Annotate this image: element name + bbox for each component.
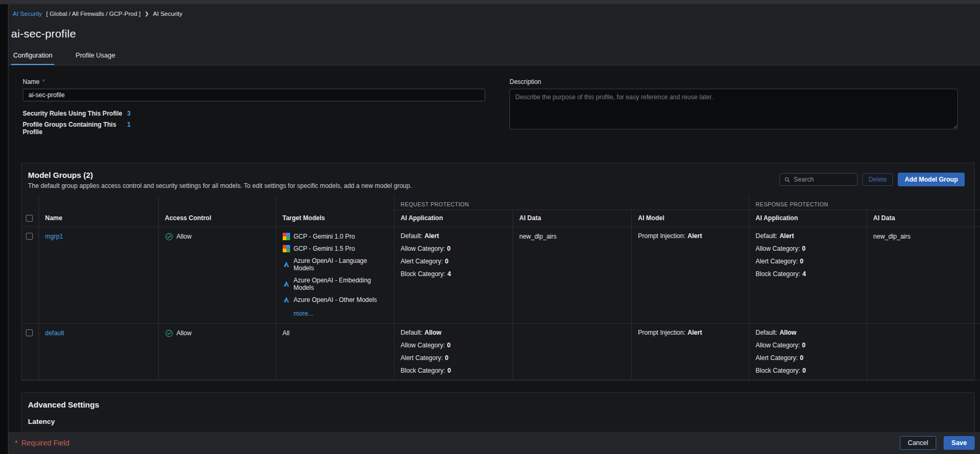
ai-model-cell: Prompt Injection:Alert <box>631 323 749 380</box>
required-asterisk: * <box>42 78 45 86</box>
required-asterisk: * <box>15 439 17 447</box>
access-control-value: Allow <box>165 233 270 241</box>
table-column-header-row: Name Access Control Target Models AI App… <box>22 210 980 226</box>
page-header: AI Security [ Global / All Firewalls / G… <box>8 4 980 65</box>
usage-row-security-rules: Security Rules Using This Profile 3 <box>23 110 485 117</box>
page-title: ai-sec-profile <box>8 17 980 50</box>
azure-icon <box>283 296 290 304</box>
tab-profile-usage[interactable]: Profile Usage <box>73 50 117 65</box>
req-ai-application-cell: Default:Alert Allow Category:0 Alert Cat… <box>394 226 513 323</box>
request-protection-header: REQUEST PROTECTION <box>394 196 749 210</box>
check-circle-icon <box>165 233 173 241</box>
breadcrumb-scope: [ Global / All Firewalls / GCP-Prod ] <box>46 11 141 17</box>
model-groups-panel: Model Groups (2) The default group appli… <box>21 163 975 381</box>
req-ai-data-cell: new_dlp_airs <box>513 226 631 323</box>
table-row-default: default Allow All Default:Allow Allow Ca… <box>22 323 980 380</box>
latency-subtitle: Latency <box>28 418 968 425</box>
model-groups-titles: Model Groups (2) The default group appli… <box>28 171 412 190</box>
check-circle-icon <box>165 329 173 337</box>
breadcrumb-current: AI Security <box>153 11 182 17</box>
gcp-icon <box>283 245 290 252</box>
access-control-value: Allow <box>165 329 270 337</box>
profile-groups-count-link[interactable]: 1 <box>127 121 131 136</box>
azure-icon <box>283 261 290 268</box>
target-model-item: GCP - Gemini 1.0 Pro <box>283 233 388 240</box>
model-groups-header: Model Groups (2) The default group appli… <box>22 163 974 196</box>
usage-summary: Security Rules Using This Profile 3 Prof… <box>23 110 485 136</box>
gcp-icon <box>283 233 290 240</box>
name-input[interactable] <box>23 89 485 101</box>
column-header-req-ai-data: AI Data <box>513 210 631 226</box>
resp-ai-application-cell: Default:Allow Allow Category:0 Alert Cat… <box>749 323 867 380</box>
column-header-resp-ai-data: AI Data <box>867 210 980 226</box>
row-checkbox[interactable] <box>26 233 33 240</box>
table-row-mgrp1: mgrp1 Allow GCP - Gemini 1.0 Pro <box>22 226 980 323</box>
model-group-link[interactable]: mgrp1 <box>45 233 63 240</box>
resp-ai-data-cell: new_dlp_airs <box>867 226 980 323</box>
required-field-note: * Required Field <box>15 439 70 447</box>
model-groups-subtitle: The default group applies access control… <box>28 182 412 190</box>
select-all-checkbox[interactable] <box>26 215 33 222</box>
breadcrumb-ai-security-link[interactable]: AI Security <box>13 11 42 17</box>
column-header-name: Name <box>39 210 158 226</box>
req-ai-data-cell <box>513 323 631 380</box>
model-groups-controls: Delete Add Model Group <box>780 173 965 186</box>
target-model-item: Azure OpenAI - Embedding Models <box>283 277 388 291</box>
tab-bar: Configuration Profile Usage <box>8 50 980 65</box>
more-models-link[interactable]: more... <box>294 310 313 317</box>
search-icon <box>784 176 790 183</box>
cancel-button[interactable]: Cancel <box>900 436 936 450</box>
model-groups-title: Model Groups (2) <box>28 171 412 179</box>
column-header-resp-ai-application: AI Application <box>749 210 867 226</box>
description-section: Description <box>510 78 958 139</box>
target-model-item: Azure OpenAI - Other Models <box>283 296 388 304</box>
save-button[interactable]: Save <box>944 436 975 450</box>
footer-bar: * Required Field Cancel Save <box>8 432 980 454</box>
add-model-group-button[interactable]: Add Model Group <box>898 173 965 186</box>
description-textarea[interactable] <box>510 89 958 129</box>
resp-ai-application-cell: Default:Alert Allow Category:0 Alert Cat… <box>749 226 867 323</box>
target-model-item: Azure OpenAI - Language Models <box>283 257 388 272</box>
delete-button[interactable]: Delete <box>862 173 893 186</box>
description-label: Description <box>510 78 958 86</box>
window-top-strip <box>0 0 980 4</box>
req-ai-application-cell: Default:Allow Allow Category:0 Alert Cat… <box>394 323 513 380</box>
search-input[interactable] <box>794 176 853 183</box>
resp-ai-data-cell <box>867 323 980 380</box>
model-group-link[interactable]: default <box>45 329 64 337</box>
search-box <box>780 173 858 186</box>
security-rules-count-link[interactable]: 3 <box>127 110 131 117</box>
name-section: Name * Security Rules Using This Profile… <box>23 78 485 139</box>
table-group-header-row: REQUEST PROTECTION RESPONSE PROTECTION <box>22 196 980 210</box>
usage-label: Security Rules Using This Profile <box>23 110 127 117</box>
target-model-item: GCP - Gemini 1.5 Pro <box>283 245 388 252</box>
row-checkbox[interactable] <box>26 329 33 336</box>
chevron-right-icon <box>145 11 149 16</box>
column-header-req-ai-application: AI Application <box>394 210 513 226</box>
column-header-target-models: Target Models <box>276 210 394 226</box>
ai-model-cell: Prompt Injection:Alert <box>631 226 749 323</box>
usage-row-profile-groups: Profile Groups Containing This Profile 1 <box>23 121 485 136</box>
advanced-settings-title: Advanced Settings <box>28 400 968 409</box>
azure-icon <box>283 280 290 288</box>
response-protection-header: RESPONSE PROTECTION <box>749 196 980 210</box>
target-models-all: All <box>276 323 394 380</box>
model-groups-table: REQUEST PROTECTION RESPONSE PROTECTION N… <box>22 196 980 380</box>
column-header-access-control: Access Control <box>158 210 276 226</box>
column-header-ai-model: AI Model <box>631 210 749 226</box>
name-label: Name * <box>23 78 485 86</box>
profile-form: Name * Security Rules Using This Profile… <box>8 65 980 139</box>
usage-label: Profile Groups Containing This Profile <box>23 121 127 136</box>
tab-configuration[interactable]: Configuration <box>11 50 54 65</box>
footer-buttons: Cancel Save <box>900 436 975 450</box>
ai-security-profile-page: AI Security [ Global / All Firewalls / G… <box>8 4 980 454</box>
breadcrumb: AI Security [ Global / All Firewalls / G… <box>8 11 980 17</box>
